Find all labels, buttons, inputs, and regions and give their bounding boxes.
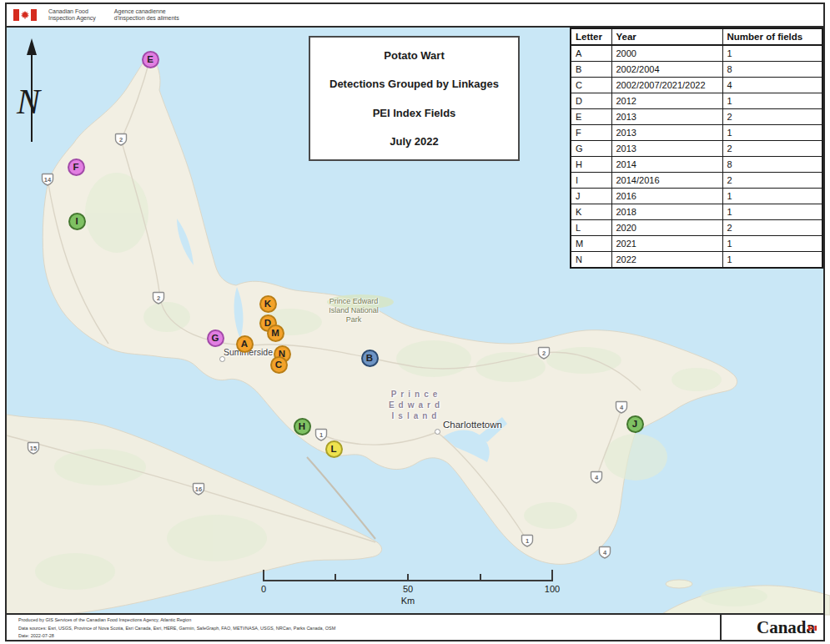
road-shield-14: 14 [40, 172, 55, 187]
road-shield-1: 1 [314, 427, 329, 442]
map-marker-M: M [267, 325, 284, 342]
table-row: K20181 [571, 204, 822, 220]
svg-text:14: 14 [44, 176, 52, 184]
table-row: L20202 [571, 220, 822, 236]
scale-unit: Km [401, 596, 415, 606]
charlottetown-dot [435, 429, 440, 435]
table-row: D20121 [571, 93, 822, 109]
produced-by-line: Produced by GIS Services of the Canadian… [18, 617, 335, 622]
map-subtitle: Detections Grouped by Linkages [315, 78, 513, 90]
svg-text:2: 2 [119, 136, 123, 143]
table-row: G20132 [571, 141, 822, 157]
agency-name-fr: Agence canadienne d'inspection des alime… [114, 8, 179, 23]
road-shield-4: 4 [589, 470, 604, 485]
col-fields: Number of fields [722, 28, 822, 45]
table-row: C2002/2007/2021/20224 [571, 78, 822, 93]
wordmark-flag-icon [808, 615, 817, 636]
map-marker-K: K [259, 295, 277, 313]
road-shield-16: 16 [191, 481, 206, 496]
road-shield-15: 15 [26, 440, 41, 455]
scale-0: 0 [261, 584, 266, 594]
table-header-row: Letter Year Number of fields [571, 28, 822, 45]
linkage-table-body: A20001B2002/20048C2002/2007/2021/20224D2… [571, 45, 822, 268]
map-document: N Summerside Charlottetown Prince Edward… [0, 0, 830, 644]
svg-text:N: N [16, 83, 42, 121]
svg-text:1: 1 [526, 537, 529, 545]
table-row: N20221 [571, 252, 822, 269]
north-arrow: N [15, 37, 57, 149]
scale-100: 100 [545, 584, 560, 594]
svg-text:2: 2 [542, 350, 546, 357]
table-row: F20131 [571, 125, 822, 141]
map-marker-F: F [68, 158, 85, 176]
table-row: E20132 [571, 109, 822, 125]
map-marker-A: A [236, 335, 254, 353]
map-marker-E: E [142, 51, 159, 68]
map-title: Potato Wart [315, 49, 513, 62]
map-marker-C: C [270, 356, 288, 374]
road-shield-2: 2 [536, 345, 551, 360]
road-shield-4: 4 [614, 400, 629, 415]
table-row: M20211 [571, 236, 822, 252]
map-marker-H: H [294, 418, 311, 435]
map-marker-B: B [361, 350, 379, 367]
data-sources-line: Data sources: Esri, USGS, Province of No… [18, 626, 335, 631]
table-row: I2014/20162 [571, 173, 822, 189]
canada-wordmark-box: Canada [720, 615, 823, 640]
scale-50: 50 [403, 584, 413, 594]
date-line: Date: 2022-07-28 [18, 633, 335, 638]
linkage-table: Letter Year Number of fields A20001B2002… [570, 28, 823, 269]
canada-flag-icon [13, 9, 37, 21]
table-row: B2002/20048 [571, 62, 822, 78]
svg-text:1: 1 [319, 431, 323, 439]
summerside-dot [219, 356, 225, 362]
col-year: Year [611, 28, 722, 45]
road-shield-2: 2 [151, 290, 166, 305]
table-row: H20148 [571, 157, 822, 173]
col-letter: Letter [571, 28, 611, 45]
table-row: A20001 [571, 45, 822, 62]
credits: Produced by GIS Services of the Canadian… [18, 617, 335, 638]
map-marker-L: L [325, 440, 343, 458]
map-marker-G: G [207, 330, 224, 347]
header-bar: Canadian Food Inspection Agency Agence c… [7, 4, 823, 28]
map-subject: PEI Index Fields [315, 107, 513, 119]
road-shield-1: 1 [520, 533, 535, 548]
map-date: July 2022 [315, 135, 513, 148]
table-row: J20161 [571, 189, 822, 204]
pei-label: Prince Edward Island [379, 389, 454, 421]
svg-text:16: 16 [195, 486, 202, 493]
road-shield-4: 4 [597, 545, 612, 560]
footer-bar: Produced by GIS Services of the Canadian… [7, 613, 823, 640]
agency-name-en: Canadian Food Inspection Agency [48, 8, 96, 23]
scale-bar: 0 50 100 Km [263, 570, 553, 610]
canada-wordmark: Canada [757, 617, 815, 638]
road-shield-2: 2 [113, 132, 128, 147]
map-marker-I: I [68, 213, 86, 230]
svg-text:2: 2 [157, 294, 160, 302]
title-box: Potato Wart Detections Grouped by Linkag… [309, 36, 520, 161]
national-park-label: Prince Edward Island National Park [316, 297, 391, 325]
map-marker-J: J [626, 415, 644, 433]
svg-text:15: 15 [30, 445, 37, 452]
